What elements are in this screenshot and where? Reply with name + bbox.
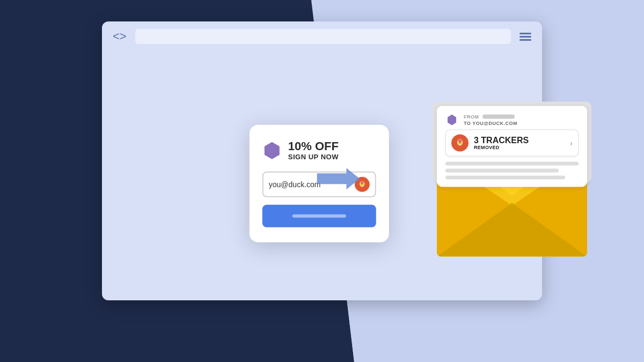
tracker-banner[interactable]: 3 TRACKERS REMOVED ›	[445, 129, 579, 156]
svg-point-8	[361, 181, 364, 184]
svg-point-19	[458, 139, 462, 143]
tracker-text: 3 TRACKERS REMOVED	[474, 136, 565, 150]
card-title: 10% OFF SIGN UP NOW	[288, 139, 339, 160]
svg-point-25	[460, 141, 461, 141]
hex-icon	[262, 141, 282, 160]
svg-point-10	[362, 183, 364, 186]
code-icon: <>	[113, 29, 127, 43]
discount-text: 10% OFF	[288, 139, 339, 152]
arrow-shape	[317, 165, 360, 194]
email-from-details: FROM TO YOU@DUCK.COM	[464, 114, 579, 125]
cloud-decoration-1	[574, 276, 628, 298]
browser-toolbar: <>	[102, 21, 542, 51]
to-address: YOU@DUCK.COM	[472, 120, 517, 125]
body-line-3	[445, 175, 565, 179]
body-line-1	[445, 161, 579, 165]
to-label: TO	[464, 120, 471, 125]
chevron-right-icon: ›	[570, 138, 573, 147]
svg-point-1	[40, 72, 46, 78]
signup-text: SIGN UP NOW	[288, 152, 339, 160]
button-label-placeholder	[292, 214, 346, 217]
email-header: FROM TO YOU@DUCK.COM	[445, 113, 579, 126]
to-line: TO YOU@DUCK.COM	[464, 120, 579, 125]
submit-button[interactable]	[262, 204, 376, 227]
svg-point-20	[458, 142, 460, 144]
address-bar	[135, 29, 511, 44]
svg-point-24	[459, 141, 460, 141]
svg-marker-16	[448, 114, 456, 125]
from-label: FROM	[464, 114, 479, 119]
card-header: 10% OFF SIGN UP NOW	[262, 139, 376, 160]
eye-decoration-4	[32, 247, 62, 276]
email-paper: FROM TO YOU@DUCK.COM	[437, 106, 587, 187]
svg-marker-5	[265, 142, 280, 159]
svg-marker-15	[317, 168, 360, 189]
cloud-decoration-2	[574, 256, 612, 271]
hex-icon-email	[445, 113, 458, 126]
menu-line-1	[519, 33, 531, 34]
scene: <> 10% OFF SIGN UP NOW you@duck.com	[0, 0, 644, 362]
email-scene: FROM TO YOU@DUCK.COM	[431, 106, 592, 256]
svg-point-9	[361, 183, 362, 186]
svg-point-21	[460, 142, 462, 144]
menu-line-3	[519, 39, 531, 41]
eye-decoration-1	[16, 16, 64, 64]
from-address-blur	[482, 114, 515, 119]
svg-point-2	[30, 105, 35, 110]
email-body	[445, 161, 579, 179]
menu-line-2	[519, 36, 531, 38]
from-line: FROM	[464, 114, 579, 119]
body-line-2	[445, 168, 559, 172]
ddg-logo-tracker	[451, 134, 469, 151]
tracker-action: REMOVED	[474, 144, 565, 150]
menu-icon	[519, 33, 531, 41]
svg-point-13	[362, 182, 362, 183]
svg-point-14	[363, 182, 363, 183]
tracker-count: 3 TRACKERS	[474, 136, 565, 144]
